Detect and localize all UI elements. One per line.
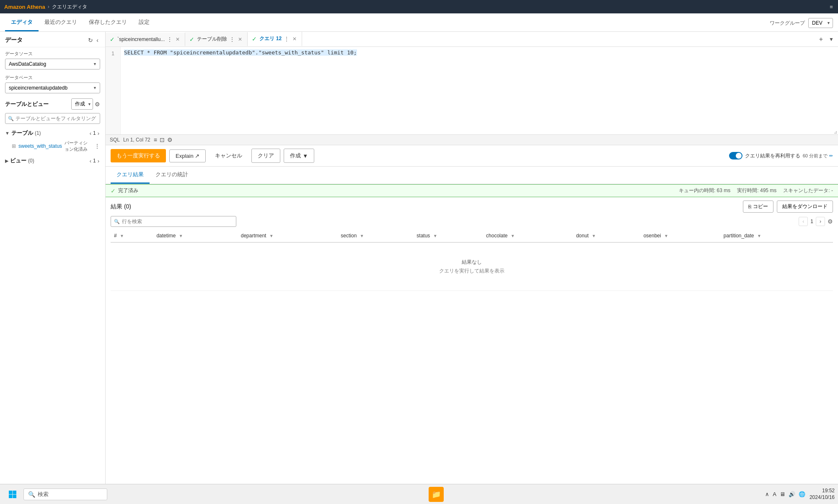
editor-area[interactable]: 1 SELECT * FROM "spiceincrementalupdated… bbox=[106, 47, 838, 135]
tab-2-label: クエリ 12 bbox=[259, 35, 282, 42]
copy-icon: ⎘ bbox=[748, 204, 751, 210]
query-tab-2[interactable]: ✓ クエリ 12 ⋮ ✕ bbox=[248, 32, 302, 46]
tables-toggle[interactable]: ▼ bbox=[5, 131, 10, 136]
tab-0-close-btn[interactable]: ✕ bbox=[175, 36, 181, 42]
editor-settings-btn[interactable]: ⚙ bbox=[167, 136, 173, 143]
editor-format-btn[interactable]: ≡ bbox=[154, 136, 157, 143]
main-layout: データ ↻ ‹ データソース AwsDataCatalog データベース spi… bbox=[0, 32, 838, 495]
tables-filter-input[interactable] bbox=[5, 113, 100, 124]
monitor-icon: 🖥 bbox=[780, 491, 785, 497]
filter-input-container bbox=[5, 113, 100, 124]
results-table: # ▼ datetime ▼ department ▼ section ▼ st… bbox=[111, 229, 833, 291]
query-tab-0[interactable]: ✓ `spiceincrementallu... ⋮ ✕ bbox=[106, 33, 185, 46]
results-tab-0[interactable]: クエリ結果 bbox=[111, 167, 150, 184]
search-pagination-row: ‹ 1 › ⚙ bbox=[106, 216, 838, 229]
sidebar-title: データ bbox=[5, 36, 86, 44]
tab-1-close-btn[interactable]: ✕ bbox=[237, 36, 243, 42]
clear-btn[interactable]: クリア bbox=[251, 149, 280, 163]
col-department[interactable]: department ▼ bbox=[238, 229, 338, 242]
taskbar-search[interactable]: 🔍 検索 bbox=[23, 489, 107, 500]
tab-2-more-btn[interactable]: ⋮ bbox=[284, 36, 289, 42]
views-nav-next[interactable]: › bbox=[97, 158, 100, 164]
tables-views-label: テーブルとビュー bbox=[5, 100, 49, 108]
page-prev-btn[interactable]: ‹ bbox=[799, 217, 808, 226]
query-tab-1[interactable]: ✓ テーブル削除 ⋮ ✕ bbox=[185, 32, 248, 46]
start-btn[interactable] bbox=[3, 485, 22, 504]
tab-settings[interactable]: 設定 bbox=[133, 14, 155, 31]
page-next-btn[interactable]: › bbox=[816, 217, 825, 226]
sidebar-collapse-icon: ≡ bbox=[830, 4, 833, 10]
col-partition-date[interactable]: partition_date ▼ bbox=[720, 229, 833, 242]
tab-recent[interactable]: 最近のクエリ bbox=[39, 14, 83, 31]
copy-btn[interactable]: ⎘ コピー bbox=[743, 201, 773, 213]
results-title: 結果 (0) bbox=[111, 203, 131, 211]
tables-gear-btn[interactable]: ⚙ bbox=[95, 101, 100, 108]
tables-tree-row: ▼ テーブル (1) ‹ 1 › bbox=[5, 128, 100, 138]
cancel-btn[interactable]: キャンセル bbox=[209, 149, 248, 162]
table-header-row: # ▼ datetime ▼ department ▼ section ▼ st… bbox=[111, 229, 833, 242]
status-bar: ✓ 完了済み キュー内の時間: 63 ms 実行時間: 495 ms スキャンし… bbox=[106, 184, 838, 197]
datasource-select-wrap: AwsDataCatalog bbox=[5, 59, 100, 69]
sidebar-collapse-btn[interactable]: ‹ bbox=[95, 36, 100, 44]
tables-nav-num: 1 bbox=[93, 130, 96, 136]
taskbar-app-icon[interactable]: 📁 bbox=[429, 487, 444, 502]
taskbar-left: 🔍 検索 bbox=[3, 485, 107, 504]
tables-label: テーブル bbox=[11, 129, 33, 137]
tab-editor[interactable]: エディタ bbox=[5, 14, 39, 31]
database-select[interactable]: spiceincrementalupdatedb bbox=[5, 82, 100, 93]
tab-1-label: テーブル削除 bbox=[197, 36, 227, 43]
windows-icon bbox=[8, 490, 17, 499]
col-donut[interactable]: donut ▼ bbox=[573, 229, 640, 242]
results-tab-1[interactable]: クエリの統計 bbox=[150, 167, 194, 184]
col-chocolate[interactable]: chocolate ▼ bbox=[483, 229, 573, 242]
editor-layout-btn[interactable]: ⊡ bbox=[160, 136, 165, 143]
table-name[interactable]: sweets_with_status bbox=[18, 143, 62, 149]
datasource-select[interactable]: AwsDataCatalog bbox=[5, 59, 100, 69]
taskbar-time: 19:52 2024/10/16 bbox=[810, 488, 835, 501]
taskbar-search-text: 検索 bbox=[38, 491, 49, 498]
create-button[interactable]: 作成 bbox=[71, 98, 93, 110]
tab-0-label: `spiceincrementallu... bbox=[117, 36, 165, 42]
tab-2-close-btn[interactable]: ✕ bbox=[292, 36, 297, 42]
chevron-up-icon[interactable]: ∧ bbox=[765, 491, 769, 497]
network-icon: 🌐 bbox=[799, 491, 805, 497]
time-display: 19:52 bbox=[810, 488, 835, 494]
col-status[interactable]: status ▼ bbox=[413, 229, 483, 242]
reuse-toggle-track[interactable] bbox=[729, 152, 742, 159]
results-area: クエリ結果 クエリの統計 ✓ 完了済み キュー内の時間: 63 ms 実行時間:… bbox=[106, 167, 838, 495]
tables-nav-next[interactable]: › bbox=[97, 130, 100, 136]
views-toggle[interactable]: ▶ bbox=[5, 158, 8, 164]
col-osenbei[interactable]: osenbei ▼ bbox=[640, 229, 720, 242]
explain-btn[interactable]: Explain ↗ bbox=[169, 149, 206, 162]
status-metrics: キュー内の時間: 63 ms 実行時間: 495 ms スキャンしたデータ: - bbox=[679, 187, 833, 194]
tab-1-more-btn[interactable]: ⋮ bbox=[230, 36, 235, 42]
row-search-input[interactable] bbox=[111, 216, 236, 227]
page-num: 1 bbox=[810, 219, 813, 224]
editor-content[interactable]: SELECT * FROM "spiceincrementalupdatedb"… bbox=[106, 47, 838, 131]
status-text: 完了済み bbox=[118, 187, 138, 194]
sidebar-refresh-btn[interactable]: ↻ bbox=[86, 36, 95, 44]
editor-resize-handle[interactable]: ⊿ bbox=[833, 129, 838, 134]
table-more-btn[interactable]: ⋮ bbox=[94, 143, 100, 149]
tables-nav-prev[interactable]: ‹ bbox=[89, 130, 92, 136]
reuse-edit-icon[interactable]: ✏ bbox=[829, 153, 833, 159]
col-hash[interactable]: # ▼ bbox=[111, 229, 153, 242]
col-datetime[interactable]: datetime ▼ bbox=[153, 229, 237, 242]
tab-add-btn[interactable]: + bbox=[817, 34, 825, 45]
editor-footer-actions: ≡ ⊡ ⚙ bbox=[154, 136, 173, 143]
download-btn[interactable]: 結果をダウンロード bbox=[777, 201, 833, 213]
workgroup-select[interactable]: DEV bbox=[808, 18, 833, 28]
database-select-wrap: spiceincrementalupdatedb bbox=[5, 82, 100, 93]
views-nav-prev[interactable]: ‹ bbox=[89, 158, 92, 164]
run-again-btn[interactable]: もう一度実行する bbox=[111, 149, 166, 162]
tab-dropdown-btn[interactable]: ▼ bbox=[826, 35, 836, 44]
page-settings-btn[interactable]: ⚙ bbox=[828, 218, 833, 225]
status-icon: ✓ bbox=[111, 188, 116, 194]
action-bar: もう一度実行する Explain ↗ キャンセル クリア 作成 ▼ クエリ結果を… bbox=[106, 145, 838, 167]
tab-0-more-btn[interactable]: ⋮ bbox=[167, 36, 172, 42]
taskbar-center: 📁 bbox=[107, 487, 765, 502]
col-section[interactable]: section ▼ bbox=[337, 229, 413, 242]
create-query-btn[interactable]: 作成 ▼ bbox=[284, 149, 314, 163]
app-title: Amazon Athena bbox=[4, 4, 45, 10]
tab-saved[interactable]: 保存したクエリ bbox=[83, 14, 133, 31]
